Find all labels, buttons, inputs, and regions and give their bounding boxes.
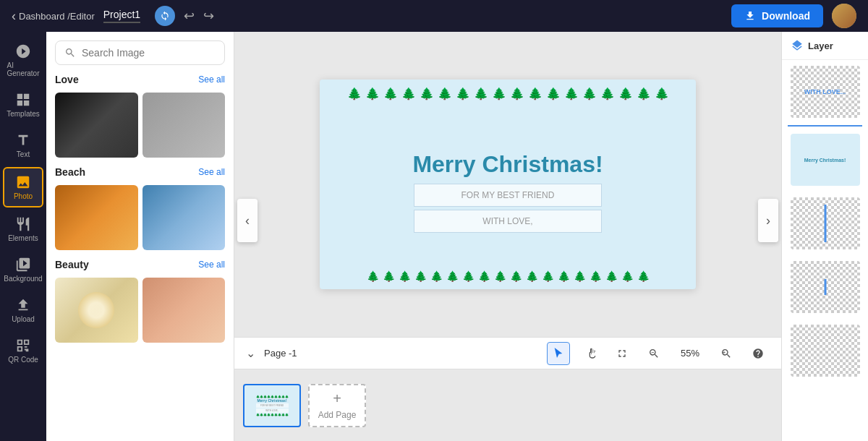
beauty-image-grid [55,278,225,343]
canvas-container: ‹ › 🌲 🌲 🌲 🌲 🌲 🌲 🌲 🌲 🌲 🌲 🌲 🌲 [234,32,781,337]
beach-image-1[interactable] [55,185,138,250]
ai-generator-label: AIGenerator [7,61,39,77]
sidebar-item-text[interactable]: Text [3,127,43,164]
tree-symbol: 🌲 [446,270,459,282]
layer-3-line [824,205,826,242]
tree-symbol: 🌲 [528,87,542,100]
sync-button[interactable] [155,6,175,26]
layer-thumb-1[interactable]: WITH LOVE... [791,66,860,118]
zoom-in-button[interactable] [715,342,738,365]
tree-symbol: 🌲 [383,270,395,282]
card-input-friend[interactable]: FOR MY BEST FRIEND [414,184,602,207]
tree-symbol: 🌲 [605,270,618,282]
beach-section: Beach See all [46,166,234,259]
expand-tool-icon [616,348,628,359]
qr-code-icon [15,338,31,354]
tree-symbol: 🌲 [600,87,615,100]
love-see-all[interactable]: See all [198,74,225,85]
add-page-button[interactable]: + Add Page [308,384,366,427]
sidebar-item-elements[interactable]: Elements [3,210,43,248]
beauty-section: Beauty See all [46,259,234,351]
help-button[interactable] [746,342,770,365]
card-content: Merry Christmas! FOR MY BEST FRIEND WITH… [412,151,603,233]
sidebar-item-upload[interactable]: Upload [3,291,43,329]
hand-tool-button[interactable] [579,342,602,365]
templates-icon [15,92,31,108]
canvas-prev-button[interactable]: ‹ [237,199,258,242]
layer-thumb-4[interactable] [791,261,860,313]
bottom-trees-row: 🌲 🌲 🌲 🌲 🌲 🌲 🌲 🌲 🌲 🌲 🌲 🌲 🌲 🌲 🌲 🌲 [327,270,689,282]
icon-sidebar: AIGenerator Templates Text Photo Element… [0,32,46,441]
love-image-1[interactable] [55,93,138,158]
add-page-plus-icon: + [333,390,341,407]
tree-symbol: 🌲 [637,270,650,282]
love-title: Love [55,74,79,85]
text-label: Text [17,150,30,158]
redo-button[interactable]: ↪ [203,8,214,24]
beauty-see-all[interactable]: See all [198,260,225,270]
card-title: Merry Christmas! [412,151,603,178]
page-1-thumbnail[interactable]: 🌲🌲🌲🌲🌲🌲🌲🌲🌲 Merry Christmas! FOR MY BEST F… [243,384,301,427]
sidebar-item-templates[interactable]: Templates [3,86,43,124]
page-label: Page -1 [264,348,297,359]
avatar[interactable] [832,4,856,28]
beach-see-all[interactable]: See all [198,167,225,177]
layer-thumb-5[interactable] [791,325,860,377]
help-icon [752,348,764,359]
top-trees-row: 🌲 🌲 🌲 🌲 🌲 🌲 🌲 🌲 🌲 🌲 🌲 🌲 🌲 🌲 🌲 🌲 [327,87,689,100]
tree-symbol: 🌲 [420,87,434,100]
page-1-content: 🌲🌲🌲🌲🌲🌲🌲🌲🌲 Merry Christmas! FOR MY BEST F… [255,393,290,418]
tree-symbol: 🌲 [546,87,561,100]
tree-symbol: 🌲 [492,87,506,100]
select-tool-icon [553,348,564,359]
tree-symbol: 🌲 [474,87,488,100]
download-button[interactable]: Download [731,4,823,27]
layer-thumb-2[interactable]: Merry Christmas! [791,134,860,186]
tree-symbol: 🌲 [399,270,411,282]
sync-icon [160,11,170,21]
search-input[interactable] [82,47,216,59]
beach-title: Beach [55,166,85,178]
background-label: Background [4,275,42,283]
zoom-in-icon [720,348,732,359]
beauty-image-1[interactable] [55,278,138,343]
chevron-down-icon[interactable]: ⌄ [246,346,255,360]
beach-section-header: Beach See all [55,166,225,178]
christmas-card[interactable]: 🌲 🌲 🌲 🌲 🌲 🌲 🌲 🌲 🌲 🌲 🌲 🌲 🌲 🌲 🌲 🌲 [320,80,696,289]
project-title: Project1 [103,9,140,23]
search-input-wrapper[interactable] [55,40,225,65]
undo-button[interactable]: ↩ [184,8,195,24]
sidebar-item-ai-generator[interactable]: AIGenerator [3,38,43,83]
sidebar-item-background[interactable]: Background [3,251,43,288]
download-icon [744,10,756,22]
love-image-grid [55,93,225,158]
tree-symbol: 🌲 [478,270,490,282]
zoom-out-button[interactable] [642,342,665,365]
search-icon [64,47,76,59]
hand-tool-icon [584,348,596,359]
qr-code-label: QR Code [8,356,38,364]
back-button[interactable]: Dashboard /Editor [12,9,95,24]
canvas-next-button[interactable]: › [758,199,778,242]
tree-symbol: 🌲 [383,87,398,100]
sidebar-item-qr-code[interactable]: QR Code [3,332,43,369]
add-page-label: Add Page [318,410,357,420]
love-image-2[interactable] [142,93,226,158]
layer-1-text: WITH LOVE... [804,88,846,95]
elements-label: Elements [8,234,38,242]
card-input-love[interactable]: WITH LOVE, [414,210,602,233]
beauty-image-2[interactable] [142,278,226,343]
sidebar-item-photo[interactable]: Photo [3,167,43,207]
tree-symbol: 🌲 [367,270,379,282]
beach-image-2[interactable] [142,185,226,250]
tree-symbol: 🌲 [456,87,470,100]
tree-symbol: 🌲 [401,87,416,100]
photo-icon [15,174,31,190]
download-label: Download [762,10,810,22]
select-tool-button[interactable] [547,342,570,365]
layer-thumb-3[interactable] [791,197,860,249]
tree-symbol: 🌲 [621,270,634,282]
tree-symbol: 🌲 [430,270,443,282]
expand-tool-button[interactable] [610,342,634,365]
tree-symbol: 🌲 [494,270,506,282]
